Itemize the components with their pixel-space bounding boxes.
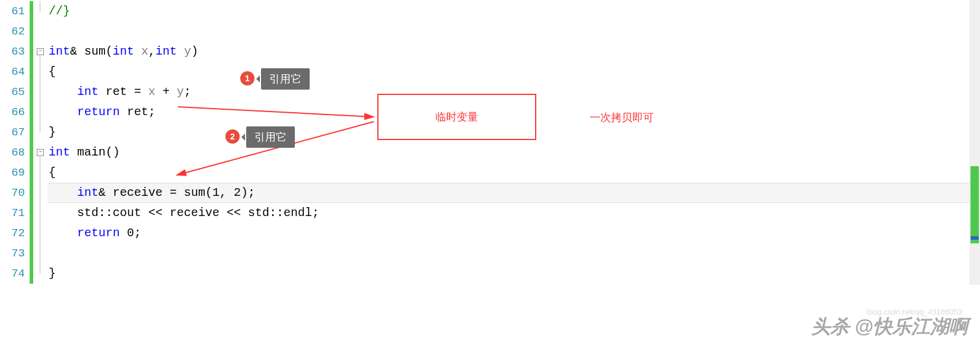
code-line (47, 243, 980, 264)
scroll-change-marker (971, 166, 979, 243)
line-number: 67 (0, 122, 30, 142)
vertical-scrollbar[interactable] (969, 0, 980, 285)
line-number: 69 (0, 163, 30, 183)
fold-toggle-icon[interactable]: − (37, 149, 44, 156)
line-number: 68 (0, 142, 30, 163)
line-number: 70 (0, 183, 30, 203)
line-number: 74 (0, 264, 30, 284)
code-line: int main() (47, 142, 980, 163)
code-line-active: int& receive = sum(1, 2); (47, 183, 980, 203)
line-number: 62 (0, 21, 30, 42)
line-number: 71 (0, 203, 30, 223)
line-number-gutter: 61 62 63 64 65 66 67 68 69 70 71 72 73 7… (0, 0, 30, 346)
code-line: //} (47, 1, 980, 21)
code-line: int& sum(int x,int y) (47, 42, 980, 62)
code-line: return 0; (47, 223, 980, 243)
code-line (47, 21, 980, 42)
scroll-caret-marker (971, 236, 979, 240)
line-number: 64 (0, 62, 30, 82)
code-line: } (47, 122, 980, 142)
fold-toggle-icon[interactable]: − (37, 48, 44, 55)
line-number: 72 (0, 223, 30, 243)
code-line: } (47, 264, 980, 284)
line-number: 63 (0, 42, 30, 62)
code-line: return ret; (47, 102, 980, 122)
line-number: 65 (0, 82, 30, 102)
fold-gutter: − − (36, 0, 47, 346)
code-line: int ret = x + y; (47, 82, 980, 102)
change-marker-gutter (30, 0, 36, 346)
line-number: 66 (0, 102, 30, 122)
line-number: 61 (0, 1, 30, 21)
code-line: { (47, 163, 980, 183)
line-number: 73 (0, 243, 30, 264)
code-line: std::cout << receive << std::endl; (47, 203, 980, 223)
code-content[interactable]: //} int& sum(int x,int y) { int ret = x … (47, 0, 980, 346)
watermark-main: 头杀 @快乐江湖啊 (812, 314, 968, 340)
code-line: { (47, 62, 980, 82)
code-editor: 61 62 63 64 65 66 67 68 69 70 71 72 73 7… (0, 0, 980, 346)
